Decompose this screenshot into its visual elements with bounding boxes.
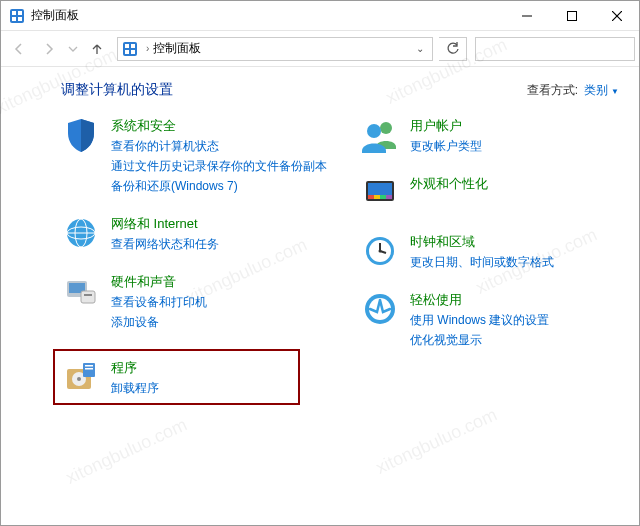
category-title[interactable]: 硬件和声音 [111,273,207,291]
recent-locations-button[interactable] [65,35,81,63]
svg-point-29 [367,124,381,138]
svg-rect-33 [374,195,380,199]
clock-icon [360,231,400,271]
svg-point-24 [77,377,81,381]
category-title[interactable]: 用户帐户 [410,117,482,135]
category-title[interactable]: 时钟和区域 [410,233,554,251]
svg-rect-34 [380,195,386,199]
category-system-security: 系统和安全 查看你的计算机状态 通过文件历史记录保存你的文件备份副本 备份和还原… [61,115,330,195]
category-title[interactable]: 系统和安全 [111,117,327,135]
navbar: › 控制面板 ⌄ [1,31,639,67]
svg-rect-27 [85,368,93,370]
svg-rect-26 [85,365,93,367]
refresh-button[interactable] [439,37,467,61]
up-button[interactable] [83,35,111,63]
window-title: 控制面板 [31,7,504,24]
highlight-box: 程序 卸载程序 [53,349,300,405]
category-link[interactable]: 查看网络状态和任务 [111,235,219,253]
maximize-button[interactable] [549,1,594,30]
page-heading: 调整计算机的设置 [61,81,527,99]
appearance-icon [360,173,400,213]
ease-icon [360,289,400,329]
svg-rect-35 [386,195,392,199]
svg-point-40 [379,250,382,253]
network-icon [61,213,101,253]
category-link[interactable]: 更改帐户类型 [410,137,482,155]
category-title[interactable]: 程序 [111,359,159,377]
forward-button[interactable] [35,35,63,63]
right-column: 用户帐户 更改帐户类型 外观和个性化 时钟和区域 更改日期、时间或数字格 [360,115,629,405]
window: xitongbuluo.com xitongbuluo.com xitongbu… [0,0,640,526]
svg-rect-10 [125,44,129,48]
svg-rect-11 [131,44,135,48]
svg-rect-32 [368,195,374,199]
left-column: 系统和安全 查看你的计算机状态 通过文件历史记录保存你的文件备份副本 备份和还原… [61,115,330,405]
svg-rect-4 [18,17,22,21]
minimize-button[interactable] [504,1,549,30]
view-by-dropdown[interactable]: 类别▼ [584,82,619,99]
search-input[interactable] [475,37,635,61]
close-button[interactable] [594,1,639,30]
svg-rect-6 [567,11,576,20]
category-link[interactable]: 添加设备 [111,313,207,331]
hardware-icon [61,271,101,311]
control-panel-icon [122,41,138,57]
category-title[interactable]: 轻松使用 [410,291,549,309]
category-link[interactable]: 查看设备和打印机 [111,293,207,311]
svg-rect-3 [12,17,16,21]
svg-rect-20 [81,291,95,303]
subheader: 调整计算机的设置 查看方式: 类别▼ [1,67,639,105]
category-link[interactable]: 查看你的计算机状态 [111,137,327,155]
category-appearance: 外观和个性化 [360,173,629,213]
svg-rect-2 [18,11,22,15]
category-title[interactable]: 网络和 Internet [111,215,219,233]
category-ease-of-access: 轻松使用 使用 Windows 建议的设置 优化视觉显示 [360,289,629,349]
svg-rect-13 [131,50,135,54]
address-bar[interactable]: › 控制面板 ⌄ [117,37,433,61]
watermark: xitongbuluo.com [63,414,191,488]
category-link[interactable]: 卸载程序 [111,379,159,397]
category-link[interactable]: 优化视觉显示 [410,331,549,349]
category-user-accounts: 用户帐户 更改帐户类型 [360,115,629,155]
content: 系统和安全 查看你的计算机状态 通过文件历史记录保存你的文件备份副本 备份和还原… [1,105,639,415]
category-programs: 程序 卸载程序 [61,357,292,397]
svg-rect-1 [12,11,16,15]
control-panel-icon [9,8,25,24]
titlebar: 控制面板 [1,1,639,31]
chevron-right-icon: › [146,43,149,54]
watermark: xitongbuluo.com [373,404,501,478]
back-button[interactable] [5,35,33,63]
user-icon [360,115,400,155]
breadcrumb[interactable]: 控制面板 [153,40,201,57]
chevron-down-icon[interactable]: ⌄ [412,43,428,54]
category-link[interactable]: 通过文件历史记录保存你的文件备份副本 [111,157,327,175]
category-clock-region: 时钟和区域 更改日期、时间或数字格式 [360,231,629,271]
svg-point-28 [380,122,392,134]
chevron-down-icon: ▼ [611,87,619,96]
svg-rect-21 [84,294,92,296]
category-network: 网络和 Internet 查看网络状态和任务 [61,213,330,253]
category-title[interactable]: 外观和个性化 [410,175,488,193]
programs-icon [61,357,101,397]
category-link[interactable]: 备份和还原(Windows 7) [111,177,327,195]
category-hardware-sound: 硬件和声音 查看设备和打印机 添加设备 [61,271,330,331]
svg-rect-12 [125,50,129,54]
view-by-label: 查看方式: [527,82,578,99]
category-link[interactable]: 更改日期、时间或数字格式 [410,253,554,271]
category-link[interactable]: 使用 Windows 建议的设置 [410,311,549,329]
shield-icon [61,115,101,155]
